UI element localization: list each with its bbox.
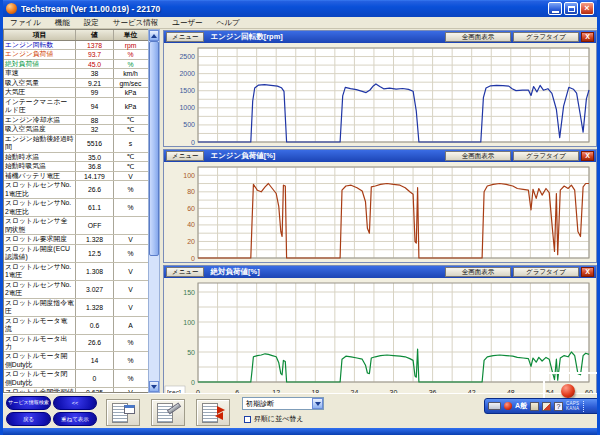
menu-item-2[interactable]: 設定 <box>77 17 106 29</box>
chart-close-button[interactable]: X <box>581 32 594 42</box>
parameter-value: 12.5 <box>76 245 114 262</box>
scrollbar-track[interactable] <box>149 41 159 381</box>
title-bar[interactable]: Techstream (Ver 11.00.019) - 22170 × <box>3 0 597 17</box>
table-row[interactable]: 始動時水温35.0℃ <box>4 153 148 162</box>
fullscreen-button[interactable]: 全画面表示 <box>445 151 511 161</box>
table-row[interactable]: スロットルモータ閉側Duty比0% <box>4 370 148 388</box>
svg-text:80: 80 <box>187 188 195 195</box>
ime-options-icon[interactable] <box>583 401 588 412</box>
table-row[interactable]: 始動時吸気温36.8℃ <box>4 162 148 171</box>
diagnosis-mode-dropdown[interactable]: 初期診断 <box>242 397 324 410</box>
maximize-button[interactable] <box>564 2 578 15</box>
column-header-value: 値 <box>76 30 114 40</box>
chart-menu-button[interactable]: メニュー <box>166 267 204 277</box>
table-row[interactable]: スロットル開度指令電圧1.328V <box>4 299 148 317</box>
graph-type-button[interactable]: グラフタイプ <box>513 267 579 277</box>
table-row[interactable]: スロットルセンサNo.1電圧比26.6% <box>4 181 148 199</box>
parameter-unit: % <box>114 370 147 387</box>
previous-page-button[interactable]: << <box>53 396 97 410</box>
scroll-down-button[interactable] <box>149 381 159 392</box>
table-row[interactable]: 吸入空気量9.21gm/sec <box>4 79 148 88</box>
chart-close-button[interactable]: X <box>581 151 594 161</box>
parameter-value: 36.8 <box>76 162 114 170</box>
parameter-name: スロットル開度指令電圧 <box>4 299 76 316</box>
svg-text:60: 60 <box>187 205 195 212</box>
ime-tools-icon[interactable] <box>530 402 539 411</box>
parameter-unit: % <box>114 181 147 198</box>
parameter-name: エンジン始動後経過時間 <box>4 135 76 152</box>
sort-ascending-checkbox[interactable]: 昇順に並べ替え <box>244 414 324 424</box>
svg-text:500: 500 <box>183 121 195 128</box>
chart-close-button[interactable]: X <box>581 267 594 277</box>
table-row[interactable]: エンジン冷却水温88℃ <box>4 116 148 125</box>
graph-panel: メニュー エンジン回転数[rpm] 全画面表示 グラフタイプ X 2500200… <box>160 29 597 393</box>
chart-title: 絶対負荷値[%] <box>210 267 443 277</box>
close-button[interactable]: × <box>580 2 594 15</box>
scrollbar-thumb[interactable] <box>149 41 159 256</box>
table-row[interactable]: 吸入空気温度32℃ <box>4 125 148 134</box>
parameter-name: スロットルセンサNo.2電圧比 <box>4 199 76 216</box>
fullscreen-button[interactable]: 全画面表示 <box>445 32 511 42</box>
window-title: Techstream (Ver 11.00.019) - 22170 <box>21 4 548 14</box>
parameter-name: スロットル開度(ECU認識値) <box>4 245 76 262</box>
chart-menu-button[interactable]: メニュー <box>166 151 204 161</box>
menu-item-4[interactable]: ユーザー <box>165 17 209 29</box>
table-row[interactable]: 絶対負荷値45.0% <box>4 60 148 69</box>
table-row[interactable]: スロットルセンサNo.2電圧3.027V <box>4 281 148 299</box>
ime-mode-button[interactable]: A般 <box>515 401 527 411</box>
record-data-icon[interactable] <box>151 399 185 426</box>
datalist-view-icon[interactable] <box>106 399 140 426</box>
column-header-unit: 単位 <box>114 30 147 40</box>
chart-canvas: 100806040200 <box>164 162 596 262</box>
parameter-name: 吸入空気温度 <box>4 125 76 133</box>
service-info-search-button[interactable]: サービス情報検索 <box>6 396 51 410</box>
table-row[interactable]: 大気圧99kPa <box>4 88 148 97</box>
data-list-panel: 項目 値 単位 エンジン回転数1378rpmエンジン負荷値93.7%絶対負荷値4… <box>3 29 160 393</box>
graph-type-button[interactable]: グラフタイプ <box>513 151 579 161</box>
table-row[interactable]: スロットルモータ開側Duty比14% <box>4 352 148 370</box>
compare-data-icon[interactable] <box>196 399 230 426</box>
parameter-name: スロットルモータ電流 <box>4 317 76 334</box>
ime-language-bar[interactable]: A般 ? CAPS KANA <box>484 398 600 414</box>
table-row[interactable]: スロットルモータ電流0.6A <box>4 317 148 335</box>
table-row[interactable]: スロットル要求開度1.328V <box>4 235 148 244</box>
table-row[interactable]: スロットルセンサNo.2電圧比61.1% <box>4 199 148 217</box>
dropdown-arrow-button[interactable] <box>312 398 323 409</box>
minimize-button[interactable] <box>548 2 562 15</box>
ime-help-icon[interactable]: ? <box>554 402 563 411</box>
table-row[interactable]: エンジン負荷値93.7% <box>4 50 148 59</box>
ime-status-icon[interactable] <box>504 402 512 410</box>
parameter-unit: V <box>114 172 147 180</box>
table-row[interactable]: スロットルモータ出力26.6% <box>4 335 148 353</box>
chart-menu-button[interactable]: メニュー <box>166 32 204 42</box>
table-row[interactable]: エンジン回転数1378rpm <box>4 41 148 50</box>
back-button[interactable]: 戻る <box>6 412 51 426</box>
table-row[interactable]: 補機バッテリ電圧14.179V <box>4 172 148 181</box>
table-scrollbar[interactable] <box>148 29 160 393</box>
table-row[interactable]: 車速38km/h <box>4 69 148 78</box>
menu-item-1[interactable]: 機能 <box>48 17 77 29</box>
table-row[interactable]: エンジン始動後経過時間5516s <box>4 135 148 153</box>
overlay-display-button[interactable]: 重ねて表示 <box>53 412 97 426</box>
table-row[interactable]: スロットルセンサNo.1電圧1.308V <box>4 263 148 281</box>
graph-type-button[interactable]: グラフタイプ <box>513 32 579 42</box>
arrow-up-icon <box>151 34 157 38</box>
parameter-name: 車速 <box>4 69 76 77</box>
menu-item-0[interactable]: ファイル <box>3 17 48 29</box>
keyboard-icon[interactable] <box>488 402 501 410</box>
fullscreen-button[interactable]: 全画面表示 <box>445 267 511 277</box>
kana-indicator: KANA <box>566 406 579 411</box>
ime-lock-indicators: CAPS KANA <box>566 401 579 411</box>
table-row[interactable]: スロットルセンサ全閉状態OFF <box>4 217 148 235</box>
checkbox-box[interactable] <box>244 416 251 423</box>
menu-item-5[interactable]: ヘルプ <box>210 17 247 29</box>
menu-item-3[interactable]: サービス情報 <box>106 17 166 29</box>
chart-panel-absolute-load: メニュー 絶対負荷値[%] 全画面表示 グラフタイプ X 150100500[s… <box>163 265 597 400</box>
table-row[interactable]: インテークマニホールド圧94kPa <box>4 98 148 116</box>
table-row[interactable]: スロットル開度(ECU認識値)12.5% <box>4 245 148 263</box>
scroll-up-button[interactable] <box>149 30 159 41</box>
parameter-unit: V <box>114 299 147 316</box>
parameter-name: インテークマニホールド圧 <box>4 98 76 115</box>
ime-pad-icon[interactable] <box>542 402 551 411</box>
chart-header: メニュー エンジン負荷値[%] 全画面表示 グラフタイプ X <box>164 150 596 162</box>
